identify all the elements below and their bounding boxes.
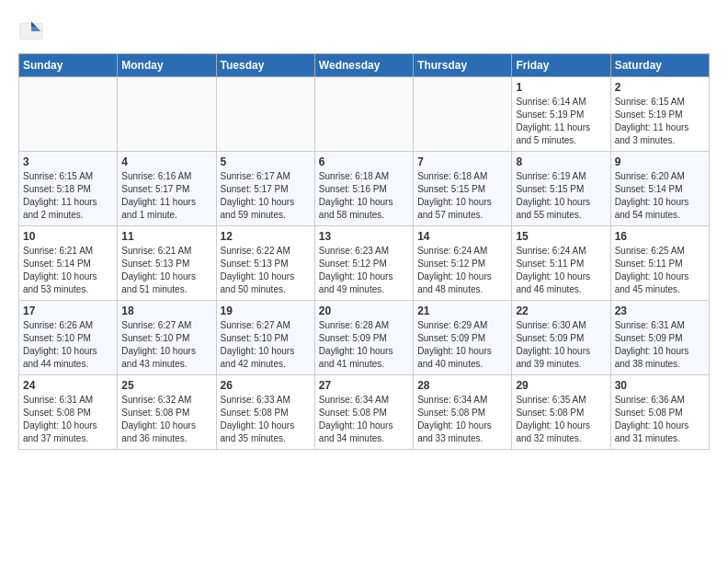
day-info: Sunrise: 6:30 AM Sunset: 5:09 PM Dayligh… [516, 319, 606, 371]
calendar-day [314, 77, 413, 152]
day-number: 1 [516, 81, 606, 94]
calendar-day: 10Sunrise: 6:21 AM Sunset: 5:14 PM Dayli… [19, 226, 118, 301]
day-info: Sunrise: 6:23 AM Sunset: 5:12 PM Dayligh… [319, 245, 409, 296]
day-number: 8 [516, 155, 606, 168]
weekday-header-monday: Monday [118, 54, 216, 77]
weekday-header-tuesday: Tuesday [216, 54, 314, 77]
day-info: Sunrise: 6:22 AM Sunset: 5:13 PM Dayligh… [221, 245, 311, 296]
logo [18, 18, 48, 44]
calendar-week-5: 24Sunrise: 6:31 AM Sunset: 5:08 PM Dayli… [19, 375, 710, 450]
day-info: Sunrise: 6:31 AM Sunset: 5:09 PM Dayligh… [615, 319, 705, 371]
day-info: Sunrise: 6:29 AM Sunset: 5:09 PM Dayligh… [417, 319, 507, 371]
day-number: 16 [615, 230, 705, 243]
calendar-day: 2Sunrise: 6:15 AM Sunset: 5:19 PM Daylig… [610, 77, 709, 152]
day-number: 15 [516, 230, 606, 243]
calendar-day: 23Sunrise: 6:31 AM Sunset: 5:09 PM Dayli… [610, 301, 709, 375]
day-info: Sunrise: 6:34 AM Sunset: 5:08 PM Dayligh… [319, 394, 409, 445]
weekday-header-row: SundayMondayTuesdayWednesdayThursdayFrid… [19, 54, 710, 77]
calendar-day: 13Sunrise: 6:23 AM Sunset: 5:12 PM Dayli… [314, 226, 413, 301]
calendar-day: 27Sunrise: 6:34 AM Sunset: 5:08 PM Dayli… [314, 375, 413, 450]
calendar-day: 8Sunrise: 6:19 AM Sunset: 5:15 PM Daylig… [512, 152, 610, 226]
day-number: 12 [221, 230, 311, 243]
calendar-day: 22Sunrise: 6:30 AM Sunset: 5:09 PM Dayli… [512, 301, 610, 375]
day-info: Sunrise: 6:34 AM Sunset: 5:08 PM Dayligh… [417, 394, 507, 445]
weekday-header-sunday: Sunday [19, 54, 118, 77]
calendar-day: 18Sunrise: 6:27 AM Sunset: 5:10 PM Dayli… [118, 301, 216, 375]
calendar-day: 24Sunrise: 6:31 AM Sunset: 5:08 PM Dayli… [19, 375, 118, 450]
calendar-day: 7Sunrise: 6:18 AM Sunset: 5:15 PM Daylig… [414, 152, 512, 226]
day-info: Sunrise: 6:26 AM Sunset: 5:10 PM Dayligh… [23, 319, 113, 371]
calendar-week-1: 1Sunrise: 6:14 AM Sunset: 5:19 PM Daylig… [19, 77, 710, 152]
calendar-day [19, 77, 118, 152]
calendar-day [414, 77, 512, 152]
calendar-day: 17Sunrise: 6:26 AM Sunset: 5:10 PM Dayli… [19, 301, 118, 375]
calendar-day: 26Sunrise: 6:33 AM Sunset: 5:08 PM Dayli… [216, 375, 314, 450]
day-info: Sunrise: 6:27 AM Sunset: 5:10 PM Dayligh… [221, 319, 311, 371]
day-number: 10 [23, 230, 113, 243]
day-info: Sunrise: 6:24 AM Sunset: 5:12 PM Dayligh… [417, 245, 507, 296]
day-number: 4 [121, 155, 211, 168]
day-info: Sunrise: 6:32 AM Sunset: 5:08 PM Dayligh… [121, 394, 211, 445]
day-number: 13 [319, 230, 409, 243]
calendar-day: 30Sunrise: 6:36 AM Sunset: 5:08 PM Dayli… [610, 375, 709, 450]
calendar-week-4: 17Sunrise: 6:26 AM Sunset: 5:10 PM Dayli… [19, 301, 710, 375]
day-info: Sunrise: 6:18 AM Sunset: 5:16 PM Dayligh… [319, 170, 409, 222]
weekday-header-friday: Friday [512, 54, 610, 77]
day-info: Sunrise: 6:15 AM Sunset: 5:19 PM Dayligh… [615, 96, 705, 147]
calendar-day: 14Sunrise: 6:24 AM Sunset: 5:12 PM Dayli… [414, 226, 512, 301]
calendar-day: 19Sunrise: 6:27 AM Sunset: 5:10 PM Dayli… [216, 301, 314, 375]
calendar-day [216, 77, 314, 152]
day-number: 27 [319, 379, 409, 392]
calendar-week-2: 3Sunrise: 6:15 AM Sunset: 5:18 PM Daylig… [19, 152, 710, 226]
calendar-day: 16Sunrise: 6:25 AM Sunset: 5:11 PM Dayli… [610, 226, 709, 301]
day-info: Sunrise: 6:17 AM Sunset: 5:17 PM Dayligh… [221, 170, 311, 222]
day-number: 2 [615, 81, 705, 94]
calendar-day: 3Sunrise: 6:15 AM Sunset: 5:18 PM Daylig… [19, 152, 118, 226]
day-info: Sunrise: 6:24 AM Sunset: 5:11 PM Dayligh… [516, 245, 606, 296]
day-number: 25 [121, 379, 211, 392]
day-info: Sunrise: 6:28 AM Sunset: 5:09 PM Dayligh… [319, 319, 409, 371]
day-number: 20 [319, 304, 409, 317]
day-info: Sunrise: 6:35 AM Sunset: 5:08 PM Dayligh… [516, 394, 606, 445]
day-number: 5 [221, 155, 311, 168]
calendar-day: 15Sunrise: 6:24 AM Sunset: 5:11 PM Dayli… [512, 226, 610, 301]
day-info: Sunrise: 6:14 AM Sunset: 5:19 PM Dayligh… [516, 96, 606, 147]
day-number: 7 [417, 155, 507, 168]
calendar-day: 28Sunrise: 6:34 AM Sunset: 5:08 PM Dayli… [414, 375, 512, 450]
day-info: Sunrise: 6:33 AM Sunset: 5:08 PM Dayligh… [221, 394, 311, 445]
day-number: 19 [221, 304, 311, 317]
day-number: 29 [516, 379, 606, 392]
header [18, 18, 710, 44]
day-number: 17 [23, 304, 113, 317]
day-info: Sunrise: 6:27 AM Sunset: 5:10 PM Dayligh… [121, 319, 211, 371]
day-number: 9 [615, 155, 705, 168]
calendar-day: 6Sunrise: 6:18 AM Sunset: 5:16 PM Daylig… [314, 152, 413, 226]
day-number: 11 [121, 230, 211, 243]
day-number: 14 [417, 230, 507, 243]
page: SundayMondayTuesdayWednesdayThursdayFrid… [0, 0, 728, 459]
calendar-day: 12Sunrise: 6:22 AM Sunset: 5:13 PM Dayli… [216, 226, 314, 301]
day-info: Sunrise: 6:19 AM Sunset: 5:15 PM Dayligh… [516, 170, 606, 222]
day-number: 30 [615, 379, 705, 392]
calendar-day [118, 77, 216, 152]
day-info: Sunrise: 6:31 AM Sunset: 5:08 PM Dayligh… [23, 394, 113, 445]
calendar-day: 20Sunrise: 6:28 AM Sunset: 5:09 PM Dayli… [314, 301, 413, 375]
day-info: Sunrise: 6:20 AM Sunset: 5:14 PM Dayligh… [615, 170, 705, 222]
day-number: 3 [23, 155, 113, 168]
day-info: Sunrise: 6:16 AM Sunset: 5:17 PM Dayligh… [121, 170, 211, 222]
day-number: 22 [516, 304, 606, 317]
day-info: Sunrise: 6:36 AM Sunset: 5:08 PM Dayligh… [615, 394, 705, 445]
calendar-day: 5Sunrise: 6:17 AM Sunset: 5:17 PM Daylig… [216, 152, 314, 226]
logo-icon [18, 18, 44, 44]
day-info: Sunrise: 6:15 AM Sunset: 5:18 PM Dayligh… [23, 170, 113, 222]
weekday-header-saturday: Saturday [610, 54, 709, 77]
day-number: 26 [221, 379, 311, 392]
day-number: 23 [615, 304, 705, 317]
calendar-day: 21Sunrise: 6:29 AM Sunset: 5:09 PM Dayli… [414, 301, 512, 375]
day-info: Sunrise: 6:21 AM Sunset: 5:14 PM Dayligh… [23, 245, 113, 296]
day-number: 21 [417, 304, 507, 317]
calendar-day: 9Sunrise: 6:20 AM Sunset: 5:14 PM Daylig… [610, 152, 709, 226]
calendar-day: 11Sunrise: 6:21 AM Sunset: 5:13 PM Dayli… [118, 226, 216, 301]
calendar-day: 25Sunrise: 6:32 AM Sunset: 5:08 PM Dayli… [118, 375, 216, 450]
day-number: 28 [417, 379, 507, 392]
